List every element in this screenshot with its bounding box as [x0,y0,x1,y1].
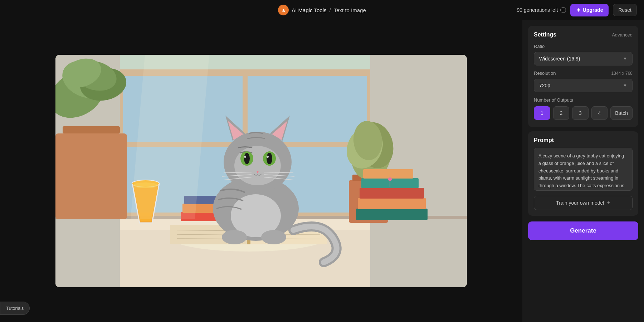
reset-button[interactable]: Reset [613,4,637,16]
resolution-select[interactable]: 720p ▼ [534,79,633,92]
generations-info: 90 generations left i [517,7,566,13]
tutorials-button[interactable]: Tutorials [0,302,30,315]
svg-rect-12 [63,126,120,133]
svg-rect-25 [358,198,426,209]
output-buttons: 1 2 3 4 Batch [534,106,633,120]
output-btn-2[interactable]: 2 [553,106,570,120]
prompt-title: Prompt [534,137,633,143]
chevron-down-icon-2: ▼ [623,83,627,88]
breadcrumb-page: Text to Image [334,7,366,13]
resolution-label: Resolution [534,70,556,76]
upgrade-label: Upgrade [583,7,603,13]
image-area [0,20,522,322]
train-model-button[interactable]: Train your own model + [534,196,633,210]
prompt-textarea[interactable] [534,148,633,191]
svg-point-69 [261,230,286,244]
svg-point-57 [244,156,246,158]
outputs-section: Number of Outputs 1 2 3 4 Batch [534,97,633,120]
resolution-row: Resolution 1344 x 768 [534,70,633,76]
svg-point-68 [222,230,247,244]
output-btn-1[interactable]: 1 [534,106,550,120]
generated-image-container [55,55,467,287]
settings-title: Settings [534,31,556,38]
breadcrumb-tool[interactable]: AI Magic Tools [292,7,326,13]
sidebar: Settings Advanced Ratio Widescreen (16:9… [522,20,644,322]
svg-point-50 [234,146,281,185]
svg-point-72 [388,177,392,181]
svg-point-56 [244,153,250,164]
prompt-panel: Prompt Train your own model + [528,131,638,216]
avatar: a [278,5,289,15]
svg-point-59 [267,153,272,164]
ratio-select[interactable]: Widescreen (16:9) ▼ [534,52,633,65]
resolution-quality: 720p [539,83,550,88]
plus-icon-train: + [607,200,610,206]
settings-header: Settings Advanced [534,31,633,38]
outputs-label: Number of Outputs [534,97,633,103]
cat-illustration [55,55,467,287]
breadcrumb-separator: / [330,7,331,13]
batch-button[interactable]: Batch [610,106,633,120]
ratio-label: Ratio [534,44,633,49]
svg-rect-26 [360,188,424,199]
output-btn-3[interactable]: 3 [572,106,589,120]
svg-rect-24 [356,209,428,220]
svg-point-60 [267,156,269,158]
generations-count: 90 generations left [517,7,558,13]
generate-button[interactable]: Generate [528,221,638,240]
info-icon[interactable]: i [560,7,566,13]
main-content: Settings Advanced Ratio Widescreen (16:9… [0,20,644,322]
topbar-center: a AI Magic Tools / Text to Image [278,5,366,15]
ratio-value: Widescreen (16:9) [539,56,580,62]
svg-rect-28 [363,169,413,179]
chevron-down-icon: ▼ [623,56,627,61]
upgrade-button[interactable]: ✦ Upgrade [570,4,609,16]
train-model-label: Train your own model [556,200,604,206]
plus-icon: ✦ [576,7,581,14]
resolution-value: 1344 x 768 [611,71,633,76]
topbar: a AI Magic Tools / Text to Image 90 gene… [0,0,644,20]
svg-rect-11 [55,133,127,219]
topbar-right: 90 generations left i ✦ Upgrade Reset [366,4,637,16]
output-btn-4[interactable]: 4 [591,106,608,120]
settings-panel: Settings Advanced Ratio Widescreen (16:9… [528,26,638,127]
advanced-link[interactable]: Advanced [612,32,633,38]
